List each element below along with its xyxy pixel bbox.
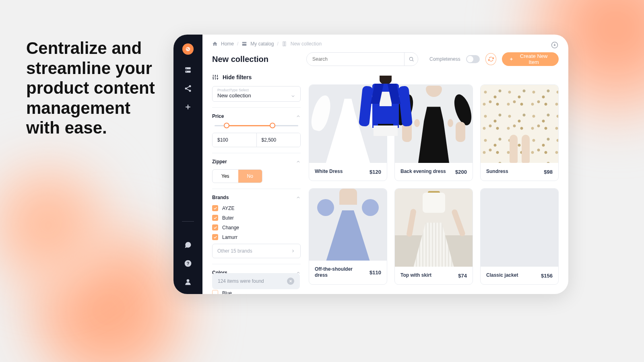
marketing-headline: Centralize and streamline your product c… <box>26 38 163 138</box>
chevron-up-icon <box>296 159 301 164</box>
svg-rect-16 <box>283 42 284 46</box>
chevron-right-icon <box>291 249 295 253</box>
main-content: Home / My catalog / New collection New c… <box>202 35 568 294</box>
brands-filter-header[interactable]: Brands <box>212 195 301 200</box>
product-type-select[interactable]: ProductType Select New collection <box>212 86 301 102</box>
checkbox[interactable] <box>212 205 218 211</box>
product-card[interactable]: Sundress$98 <box>480 84 559 181</box>
checkbox-label: Change <box>222 225 239 230</box>
product-price: $98 <box>544 169 553 175</box>
chevron-up-icon <box>296 195 301 200</box>
product-price: $120 <box>369 169 381 175</box>
breadcrumb-current: New collection <box>291 41 322 47</box>
product-name: Off-the-shoulder dress <box>315 266 365 279</box>
database-icon[interactable] <box>184 66 192 74</box>
results-toast: 124 items were found <box>212 273 300 289</box>
product-grid: White Dress$120 Back evening dress$200 S… <box>309 72 559 294</box>
svg-text:?: ? <box>187 261 190 266</box>
svg-point-18 <box>409 57 413 60</box>
product-card[interactable]: Classic jacket$156 <box>480 188 559 285</box>
plus-icon[interactable] <box>184 103 192 111</box>
zipper-filter: Zipper Yes No <box>212 153 301 183</box>
svg-point-9 <box>189 90 191 92</box>
product-price: $74 <box>458 273 467 279</box>
svg-point-7 <box>189 85 191 87</box>
brands-filter: Brands AYZEButerChangeLamurr Other 15 br… <box>212 189 301 258</box>
product-name: Back evening dress <box>400 169 446 175</box>
side-nav: ? <box>173 35 202 294</box>
catalog-icon <box>242 41 247 47</box>
search-button[interactable] <box>404 52 418 66</box>
sliders-icon <box>212 74 219 80</box>
download-icon[interactable] <box>551 41 559 49</box>
chevron-up-icon <box>296 114 301 119</box>
product-name: Sundress <box>486 169 508 175</box>
zipper-yes[interactable]: Yes <box>213 170 238 183</box>
svg-rect-15 <box>242 44 247 46</box>
product-price: $110 <box>369 269 381 276</box>
svg-rect-17 <box>285 42 286 46</box>
completeness-toggle[interactable] <box>466 55 480 63</box>
svg-rect-14 <box>242 42 247 43</box>
checkbox-label: AYZE <box>222 206 234 211</box>
app-window: ? Home / My catalog / New collection New… <box>173 35 568 294</box>
price-slider[interactable] <box>215 124 298 127</box>
price-slider-max-handle[interactable] <box>270 123 275 128</box>
filter-checkbox-row[interactable]: Lamurr <box>212 234 301 240</box>
product-name: White Dress <box>315 169 343 175</box>
hide-filters-toggle[interactable]: Hide filters <box>212 72 301 86</box>
filter-checkbox-row[interactable]: AYZE <box>212 205 301 211</box>
price-filter-header[interactable]: Price <box>212 113 301 119</box>
svg-point-8 <box>185 88 187 90</box>
product-card[interactable]: Top with skirt$74 <box>394 188 473 285</box>
collection-icon <box>282 41 287 47</box>
search-box <box>306 52 418 66</box>
checkbox[interactable] <box>212 224 218 230</box>
product-name: Classic jacket <box>486 272 518 279</box>
svg-point-5 <box>186 68 187 69</box>
other-brands-select[interactable]: Other 15 brands <box>212 244 301 258</box>
svg-point-1 <box>187 48 188 49</box>
share-icon[interactable] <box>184 84 192 93</box>
breadcrumb-catalog[interactable]: My catalog <box>250 41 274 47</box>
checkbox-label: Blue <box>222 290 232 294</box>
product-price: $200 <box>455 169 467 175</box>
home-icon <box>212 41 218 47</box>
svg-point-2 <box>188 49 189 50</box>
checkbox[interactable] <box>212 290 218 294</box>
chat-icon[interactable] <box>184 241 192 249</box>
header-bar: New collection Completeness Create New I… <box>202 50 568 72</box>
price-max-input[interactable] <box>257 133 301 147</box>
checkbox-label: Lamurr <box>222 234 237 240</box>
nav-divider <box>182 221 194 222</box>
page-title: New collection <box>212 55 301 64</box>
product-price: $156 <box>541 273 553 279</box>
price-slider-min-handle[interactable] <box>224 123 229 128</box>
filter-checkbox-row[interactable]: Buter <box>212 215 301 221</box>
chevron-down-icon <box>291 94 295 99</box>
toast-close-button[interactable] <box>287 278 294 285</box>
svg-point-6 <box>186 71 187 72</box>
checkbox[interactable] <box>212 215 218 221</box>
refresh-button[interactable] <box>485 53 496 65</box>
breadcrumb-home[interactable]: Home <box>221 41 234 47</box>
create-new-item-button[interactable]: Create New Item <box>502 52 559 66</box>
search-input[interactable] <box>307 56 404 62</box>
svg-point-12 <box>187 279 190 282</box>
user-icon[interactable] <box>184 278 192 286</box>
brand-logo[interactable] <box>182 43 194 55</box>
filters-panel: Hide filters ProductType Select New coll… <box>212 72 301 294</box>
product-name: Top with skirt <box>400 272 431 279</box>
product-card[interactable]: Off-the-shoulder dress$110 <box>309 188 387 285</box>
filter-checkbox-row[interactable]: Blue <box>212 290 301 294</box>
checkbox[interactable] <box>212 234 218 240</box>
close-icon <box>289 279 293 283</box>
price-min-input[interactable] <box>213 133 256 147</box>
help-icon[interactable]: ? <box>184 259 192 267</box>
filter-checkbox-row[interactable]: Change <box>212 224 301 230</box>
breadcrumb: Home / My catalog / New collection <box>202 35 568 50</box>
plus-icon <box>509 57 514 62</box>
zipper-filter-header[interactable]: Zipper <box>212 159 301 165</box>
zipper-no[interactable]: No <box>238 170 262 183</box>
zipper-segmented: Yes No <box>212 169 262 183</box>
